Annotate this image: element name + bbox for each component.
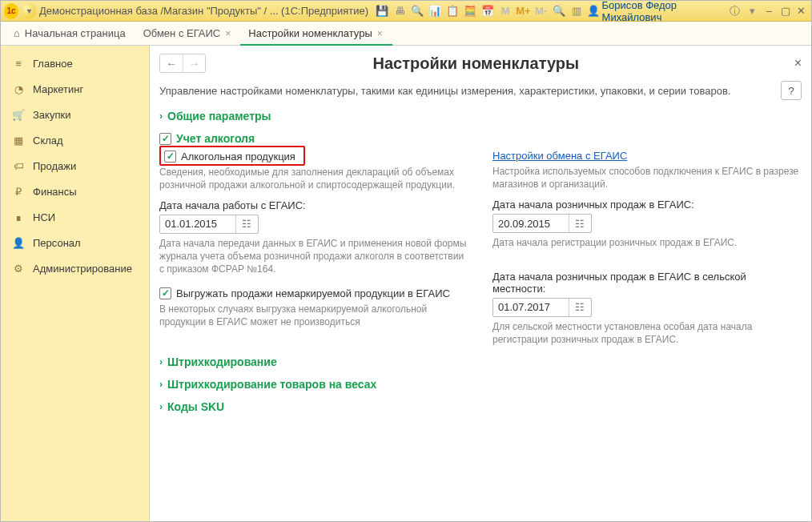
expander-scale-barcoding[interactable]: › Штрихкодирование товаров на весах xyxy=(159,378,802,391)
search-tool-icon[interactable]: 🔍 xyxy=(552,3,566,19)
pie-icon: ◔ xyxy=(12,82,25,95)
chevron-right-icon: › xyxy=(159,401,163,412)
minimize-button[interactable]: – xyxy=(762,4,775,18)
sidebar-item-purchases[interactable]: 🛒Закупки xyxy=(1,102,149,127)
close-icon[interactable]: × xyxy=(225,28,231,39)
help-button[interactable]: ? xyxy=(781,81,802,100)
date-input[interactable] xyxy=(493,218,569,230)
home-icon: ⌂ xyxy=(14,27,20,39)
close-window-button[interactable]: ✕ xyxy=(795,4,808,18)
expander-sku[interactable]: › Коды SKU xyxy=(159,400,802,413)
checkbox-alcohol-products[interactable] xyxy=(164,151,176,163)
sidebar-item-personnel[interactable]: 👤Персонал xyxy=(1,230,149,255)
tag-icon: 🏷 xyxy=(12,159,25,172)
sidebar-item-nsi[interactable]: ∎НСИ xyxy=(1,204,149,230)
m-gray-icon[interactable]: M xyxy=(498,3,513,19)
chevron-right-icon: › xyxy=(159,379,163,390)
checkbox-label: Выгружать продажи немаркируемой продукци… xyxy=(176,287,450,299)
options-dropdown-icon[interactable]: ▾ xyxy=(745,3,759,19)
save-icon[interactable]: 💾 xyxy=(375,3,389,19)
checkbox-alcohol-accounting[interactable] xyxy=(159,133,171,145)
user-badge[interactable]: 👤 Борисов Федор Михайлович xyxy=(587,0,725,23)
user-name: Борисов Федор Михайлович xyxy=(602,0,725,23)
page-header: ← → Настройки номенклатуры × xyxy=(159,46,802,81)
close-icon[interactable]: × xyxy=(377,28,383,39)
sidebar-item-label: Маркетинг xyxy=(33,83,83,95)
hint-text: Сведения, необходимые для заполнения дек… xyxy=(159,166,468,191)
compare-icon[interactable]: 📊 xyxy=(428,3,442,19)
sidebar-item-label: Склад xyxy=(33,135,63,147)
link-egais-settings[interactable]: Настройки обмена с ЕГАИС xyxy=(492,150,627,162)
sidebar-item-label: Финансы xyxy=(33,186,77,198)
window-title: Демонстрационная база /Магазин "Продукты… xyxy=(39,5,368,17)
tab-home[interactable]: ⌂ Начальная страница xyxy=(6,22,135,46)
sidebar-item-label: Продажи xyxy=(33,160,76,172)
date-input[interactable] xyxy=(160,218,235,230)
hint-text: В некоторых случаях выгрузка немаркируем… xyxy=(159,303,468,328)
sidebar-item-finance[interactable]: ₽Финансы xyxy=(1,179,149,204)
date-input[interactable] xyxy=(493,301,569,313)
preview-icon[interactable]: 🔍 xyxy=(410,3,424,19)
chevron-right-icon: › xyxy=(159,356,163,367)
boxes-icon: ▦ xyxy=(12,134,25,147)
sidebar-item-label: НСИ xyxy=(33,211,55,223)
page-title: Настройки номенклатуры xyxy=(158,54,794,73)
close-page-button[interactable]: × xyxy=(794,56,802,70)
user-icon: 👤 xyxy=(587,5,600,17)
section-alcohol-header[interactable]: Учет алкоголя xyxy=(159,132,802,145)
sidebar-item-label: Закупки xyxy=(33,109,70,121)
highlighted-option: Алкогольная продукция xyxy=(159,146,305,166)
maximize-button[interactable]: ▢ xyxy=(779,4,792,18)
field-label: Дата начала розничных продаж в ЕГАИС: xyxy=(492,199,802,211)
sidebar-item-label: Главное xyxy=(33,58,73,70)
sidebar-item-marketing[interactable]: ◔Маркетинг xyxy=(1,76,149,102)
date-start-egais[interactable]: ☷ xyxy=(159,215,259,234)
window-titlebar: 1c ▾ Демонстрационная база /Магазин "Про… xyxy=(1,1,811,22)
date-start-retail-egais[interactable]: ☷ xyxy=(492,214,592,233)
info-icon[interactable]: ⓘ xyxy=(727,3,742,19)
tab-egais[interactable]: Обмен с ЕГАИС × xyxy=(135,22,241,46)
tab-egais-label: Обмен с ЕГАИС xyxy=(143,27,221,39)
m-minus-icon[interactable]: M- xyxy=(534,3,549,19)
panel-icon[interactable]: ▥ xyxy=(569,3,584,19)
expander-barcoding[interactable]: › Штрихкодирование xyxy=(159,355,802,368)
sidebar-item-admin[interactable]: ⚙Администрирование xyxy=(1,255,149,281)
sidebar-item-sales[interactable]: 🏷Продажи xyxy=(1,153,149,179)
m-plus-icon[interactable]: M+ xyxy=(516,3,530,19)
person-icon: 👤 xyxy=(12,236,25,249)
dropdown-orb-icon[interactable]: ▾ xyxy=(22,3,36,19)
expander-label: Штрихкодирование xyxy=(167,355,277,368)
calendar-icon[interactable]: ☷ xyxy=(235,215,256,233)
menu-icon: ≡ xyxy=(12,57,25,70)
clipboard-icon[interactable]: 📋 xyxy=(445,3,460,19)
expander-common[interactable]: › Общие параметры xyxy=(159,110,802,122)
print-icon[interactable]: 🖶 xyxy=(392,3,407,19)
sidebar: ≡Главное ◔Маркетинг 🛒Закупки ▦Склад 🏷Про… xyxy=(1,46,150,521)
tab-bar: ⌂ Начальная страница Обмен с ЕГАИС × Нас… xyxy=(1,22,811,46)
calendar-icon[interactable]: ☷ xyxy=(569,215,589,232)
hint-text: Для сельской местности установлена особа… xyxy=(492,320,802,346)
sidebar-item-main[interactable]: ≡Главное xyxy=(1,50,149,76)
gear-icon: ⚙ xyxy=(12,262,25,275)
expander-label: Штрихкодирование товаров на весах xyxy=(167,378,376,391)
field-label: Дата начала работы с ЕГАИС: xyxy=(159,199,468,211)
tab-nomenclature-settings[interactable]: Настройки номенклатуры × xyxy=(240,22,392,46)
page-description: Управление настройками номенклатуры, так… xyxy=(159,85,731,97)
calendar-icon[interactable]: ☷ xyxy=(569,299,589,316)
date-start-rural-egais[interactable]: ☷ xyxy=(492,298,592,317)
calendar-icon[interactable]: 📅 xyxy=(480,3,495,19)
hint-text: Дата начала регистрации розничных продаж… xyxy=(492,236,802,249)
sidebar-item-label: Персонал xyxy=(33,237,81,249)
chevron-right-icon: › xyxy=(159,110,163,122)
calculator-icon[interactable]: 🧮 xyxy=(463,3,477,19)
ruble-icon: ₽ xyxy=(12,185,25,198)
expander-label: Общие параметры xyxy=(167,110,271,122)
body-area: ≡Главное ◔Маркетинг 🛒Закупки ▦Склад 🏷Про… xyxy=(1,46,811,521)
section-title: Учет алкоголя xyxy=(176,132,255,145)
cart-icon: 🛒 xyxy=(12,108,25,121)
book-icon: ∎ xyxy=(12,211,25,223)
sidebar-item-warehouse[interactable]: ▦Склад xyxy=(1,127,149,153)
checkbox-upload-unmarked[interactable] xyxy=(159,287,171,299)
tab-nomenclature-label: Настройки номенклатуры xyxy=(248,27,372,39)
checkbox-label: Алкогольная продукция xyxy=(181,151,295,163)
